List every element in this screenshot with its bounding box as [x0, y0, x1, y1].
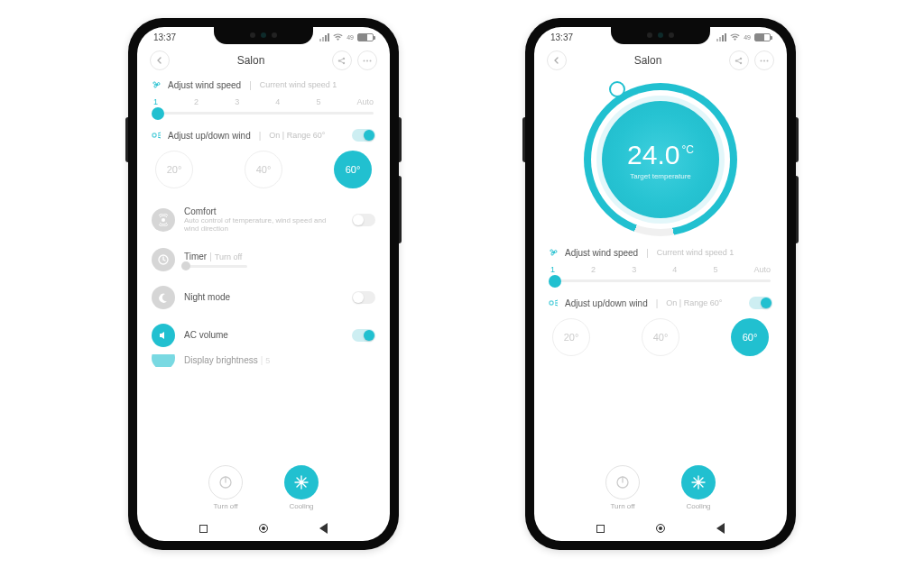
wind-speed-title: Adjust wind speed [565, 248, 638, 258]
night-row[interactable]: Night mode [152, 279, 375, 316]
power-icon [605, 465, 640, 499]
notch [611, 27, 710, 44]
wind-speed-slider[interactable]: 1 2 3 4 5 Auto [550, 265, 771, 282]
updown-toggle[interactable] [749, 297, 772, 309]
notch [214, 27, 313, 44]
updown-title: Adjust up/down wind [168, 131, 251, 141]
clock-icon [152, 248, 175, 271]
mode-bar: Turn off Cooling [152, 458, 375, 516]
mode-bar: Turn off Cooling [549, 458, 772, 516]
updown-title: Adjust up/down wind [565, 298, 648, 308]
screen: 13:37 49 Salon [534, 27, 787, 541]
brightness-row[interactable]: Display brightness|5 [152, 354, 375, 367]
comfort-toggle[interactable] [352, 214, 375, 226]
snowflake-icon [284, 465, 319, 499]
volume-toggle[interactable] [352, 329, 375, 342]
brightness-sub: 5 [265, 356, 270, 365]
phone-right: 13:37 49 Salon [525, 18, 796, 550]
back-button[interactable] [150, 50, 170, 70]
updown-option-60[interactable]: 60° [334, 151, 372, 188]
share-button[interactable] [332, 50, 352, 70]
svg-point-8 [162, 218, 165, 222]
nav-back[interactable] [319, 523, 328, 534]
night-title: Night mode [184, 292, 343, 302]
night-toggle[interactable] [352, 291, 375, 304]
screen: 13:37 49 Salon Adjust wind speed | Cu [137, 27, 390, 541]
wind-label-3: 3 [632, 265, 636, 274]
speaker-icon [152, 324, 175, 347]
page-title: Salon [634, 54, 662, 67]
moon-icon [152, 286, 175, 309]
timer-sub: Turn off [215, 252, 243, 261]
updown-option-20[interactable]: 20° [155, 151, 193, 188]
share-button[interactable] [729, 50, 749, 70]
nav-home[interactable] [259, 524, 268, 533]
wind-speed-title: Adjust wind speed [168, 80, 241, 90]
app-header: Salon [137, 47, 390, 78]
wind-label-auto: Auto [753, 265, 771, 274]
svg-rect-18 [550, 301, 553, 305]
more-button[interactable] [357, 50, 377, 70]
svg-point-16 [766, 60, 768, 61]
dial-knob[interactable] [609, 81, 625, 97]
temperature-dial[interactable]: 24.0°C Target temperature [549, 78, 772, 245]
page-title: Salon [237, 54, 265, 67]
nav-recent[interactable] [596, 525, 605, 533]
battery-percent: 49 [744, 34, 751, 41]
wind-speed-header: Adjust wind speed | Current wind speed 1 [549, 247, 772, 258]
fan-icon [549, 247, 559, 258]
swing-icon [152, 130, 162, 141]
phone-left: 13:37 49 Salon Adjust wind speed | Cu [128, 18, 399, 550]
volume-row[interactable]: AC volume [152, 316, 375, 354]
brightness-title: Display brightness [184, 355, 258, 365]
more-button[interactable] [754, 50, 774, 70]
svg-point-3 [363, 60, 365, 61]
updown-option-60[interactable]: 60° [731, 318, 769, 356]
nav-home[interactable] [656, 524, 665, 533]
cooling-label: Cooling [686, 502, 710, 510]
battery-icon [357, 33, 374, 41]
svg-rect-7 [152, 133, 156, 137]
updown-options: 20° 40° 60° [552, 318, 769, 356]
nav-back[interactable] [716, 523, 725, 534]
back-button[interactable] [547, 50, 567, 70]
brightness-icon [152, 354, 175, 367]
app-header: Salon [534, 47, 787, 78]
swing-icon [549, 298, 559, 308]
cooling-button[interactable]: Cooling [284, 465, 319, 510]
temp-unit: °C [681, 143, 693, 156]
timer-slider[interactable] [184, 265, 247, 268]
svg-point-17 [553, 252, 555, 253]
wind-label-5: 5 [713, 265, 717, 274]
updown-subtitle: On | Range 60° [269, 131, 325, 140]
svg-point-5 [369, 60, 371, 61]
comfort-row[interactable]: Comfort Auto control of temperature, win… [152, 199, 375, 241]
updown-option-20[interactable]: 20° [552, 318, 590, 356]
timer-row[interactable]: Timer|Turn off [152, 241, 375, 279]
status-time: 13:37 [153, 32, 176, 42]
cooling-button[interactable]: Cooling [681, 465, 716, 510]
cooling-label: Cooling [289, 502, 313, 510]
wind-label-1: 1 [153, 97, 158, 106]
updown-option-40[interactable]: 40° [245, 151, 282, 188]
turnoff-button[interactable]: Turn off [605, 465, 640, 510]
volume-title: AC volume [184, 330, 343, 340]
content: 24.0°C Target temperature Adjust wind sp… [534, 78, 787, 516]
nav-recent[interactable] [199, 525, 208, 533]
svg-point-14 [760, 60, 762, 61]
wind-speed-slider[interactable]: 1 2 3 4 5 Auto [153, 97, 374, 115]
wind-speed-subtitle: Current wind speed 1 [657, 248, 735, 257]
turnoff-label: Turn off [610, 502, 634, 510]
fan-icon [152, 79, 162, 90]
updown-toggle[interactable] [352, 129, 375, 142]
updown-header: Adjust up/down wind | On | Range 60° [152, 129, 375, 142]
comfort-icon [152, 208, 175, 232]
temp-label: Target temperature [630, 172, 691, 180]
signal-icon [716, 33, 726, 41]
updown-option-40[interactable]: 40° [642, 318, 679, 356]
status-time: 13:37 [550, 32, 573, 42]
temp-value: 24.0 [627, 140, 679, 170]
battery-icon [754, 33, 771, 41]
timer-title: Timer [184, 252, 207, 261]
turnoff-button[interactable]: Turn off [208, 465, 243, 510]
